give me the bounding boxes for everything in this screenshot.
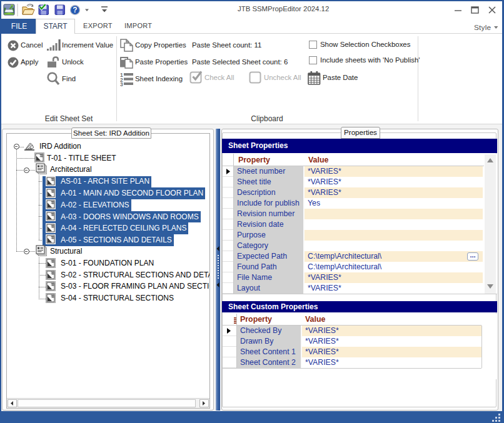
svg-text:?: ? [73, 6, 77, 14]
svg-text:3: 3 [120, 81, 123, 86]
